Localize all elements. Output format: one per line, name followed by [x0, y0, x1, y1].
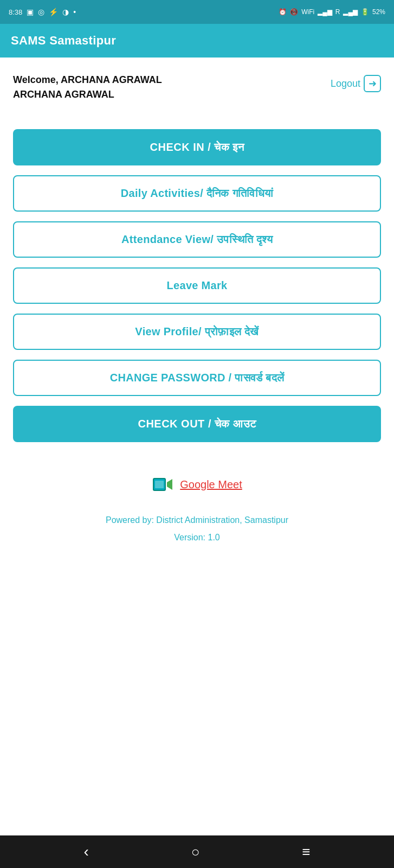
bottom-nav: ‹ ○ ≡ [0, 835, 394, 868]
welcome-greeting: Welcome, ARCHANA AGRAWAL [13, 73, 162, 87]
checkin-button[interactable]: CHECK IN / चेक इन [13, 129, 381, 165]
view-profile-button[interactable]: View Profile/ प्रोफ़ाइल देखें [13, 314, 381, 350]
checkin-label: CHECK IN / चेक इन [150, 141, 244, 153]
svg-rect-3 [155, 481, 164, 488]
version-text: Version: 1.0 [13, 529, 381, 546]
logout-label: Logout [331, 78, 360, 90]
status-time: 8:38 [9, 8, 22, 16]
dot-icon: • [73, 8, 76, 16]
call-icon: 📵 [290, 8, 298, 16]
leave-mark-button[interactable]: Leave Mark [13, 267, 381, 304]
checkout-label: CHECK OUT / चेक आउट [138, 418, 256, 430]
app-title: SAMS Samastipur [11, 34, 116, 47]
notification-icon: ▣ [27, 8, 34, 16]
signal-bar-2: ▂▄▆ [343, 8, 358, 16]
attendance-view-button[interactable]: Attendance View/ उपस्थिति दृश्य [13, 221, 381, 258]
attendance-view-label: Attendance View/ उपस्थिति दृश्य [121, 233, 273, 245]
alarm-icon: ⏰ [279, 8, 287, 16]
operator-label: R [335, 8, 340, 16]
welcome-row: Welcome, ARCHANA AGRAWAL ARCHANA AGRAWAL… [13, 68, 381, 102]
view-profile-label: View Profile/ प्रोफ़ाइल देखें [135, 326, 259, 337]
daily-activities-label: Daily Activities/ दैनिक गतिविधियां [121, 187, 273, 199]
vpn-icon: ◑ [62, 8, 69, 16]
status-left: 8:38 ▣ ◎ ⚡ ◑ • [9, 8, 76, 16]
change-password-label: CHANGE PASSWORD / पासवर्ड बदलें [110, 372, 285, 384]
menu-button[interactable]: ≡ [302, 844, 310, 860]
change-password-button[interactable]: CHANGE PASSWORD / पासवर्ड बदलें [13, 360, 381, 396]
google-meet-link[interactable]: Google Meet [180, 478, 242, 491]
daily-activities-button[interactable]: Daily Activities/ दैनिक गतिविधियां [13, 175, 381, 212]
signal-bar: ▂▄▆ [318, 8, 332, 16]
footer: Powered by: District Administration, Sam… [13, 512, 381, 546]
google-meet-row: Google Meet [13, 474, 381, 495]
status-bar: 8:38 ▣ ◎ ⚡ ◑ • ⏰ 📵 WiFi ▂▄▆ R ▂▄▆ 🔋 52% [0, 0, 394, 24]
status-right: ⏰ 📵 WiFi ▂▄▆ R ▂▄▆ 🔋 52% [279, 8, 385, 16]
app-header: SAMS Samastipur [0, 24, 394, 58]
battery-percent: 52% [372, 8, 385, 16]
checkout-button[interactable]: CHECK OUT / चेक आउट [13, 406, 381, 442]
google-meet-icon [152, 474, 173, 495]
battery-icon: 🔋 [361, 8, 369, 16]
wifi-icon: WiFi [301, 8, 314, 16]
home-button[interactable]: ○ [191, 844, 200, 860]
welcome-name: ARCHANA AGRAWAL [13, 87, 162, 102]
svg-marker-2 [167, 479, 172, 490]
logout-button[interactable]: Logout ➜ [331, 73, 381, 94]
welcome-text: Welcome, ARCHANA AGRAWAL ARCHANA AGRAWAL [13, 73, 162, 102]
leave-mark-label: Leave Mark [167, 279, 228, 291]
logout-icon: ➜ [364, 75, 381, 92]
back-button[interactable]: ‹ [83, 843, 88, 860]
bolt-icon: ⚡ [49, 8, 58, 16]
main-content: Welcome, ARCHANA AGRAWAL ARCHANA AGRAWAL… [0, 58, 394, 835]
powered-by-text: Powered by: District Administration, Sam… [13, 512, 381, 529]
whatsapp-icon: ◎ [38, 8, 44, 16]
